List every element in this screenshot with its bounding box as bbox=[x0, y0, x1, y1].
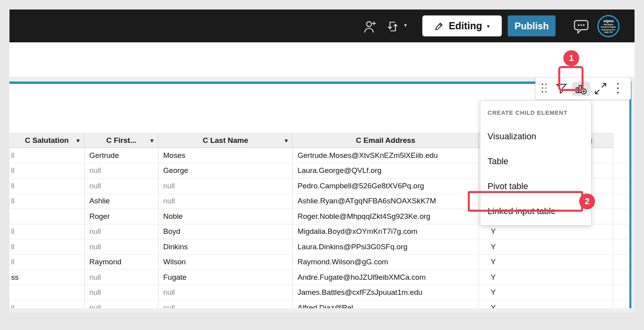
column-sort-caret-icon[interactable]: ▾ bbox=[285, 137, 288, 144]
table-cell[interactable]: Y bbox=[479, 270, 613, 285]
table-cell[interactable]: ss bbox=[9, 270, 85, 285]
column-header-label: C Salutation bbox=[25, 136, 69, 145]
pencil-icon bbox=[435, 21, 444, 31]
table-cell[interactable]: Roger.Noble@MhpqqIZkt4Sg923Ke.org bbox=[293, 209, 479, 224]
menu-header: CREATE CHILD ELEMENT bbox=[480, 101, 591, 124]
table-cell[interactable] bbox=[613, 255, 629, 270]
column-header-label: C First... bbox=[106, 136, 136, 145]
table-cell[interactable]: null bbox=[85, 270, 158, 285]
table-cell[interactable] bbox=[613, 224, 629, 240]
column-header[interactable]: C Last Name▾ bbox=[158, 133, 293, 148]
table-cell[interactable]: null bbox=[85, 285, 158, 301]
maximize-icon[interactable] bbox=[594, 82, 607, 95]
table-cell[interactable]: null bbox=[158, 178, 293, 194]
table-cell[interactable]: null bbox=[85, 224, 158, 240]
table-row: nullnullJames.Battles@cxfFZsJpuuat1m.edu… bbox=[9, 285, 629, 301]
invite-user-icon[interactable] bbox=[362, 19, 377, 34]
table-cell[interactable]: Boyd bbox=[158, 224, 293, 240]
table-cell[interactable]: null bbox=[158, 194, 293, 209]
column-header-label: C Email Address bbox=[356, 136, 415, 145]
table-row: llnullBoydMigdalia.Boyd@xOYmKnT7i7g.comY bbox=[9, 224, 629, 240]
table-cell[interactable]: Dinkins bbox=[158, 239, 293, 255]
table-cell[interactable]: Pedro.Campbell@526Ge8tXV6Pq.org bbox=[293, 178, 479, 194]
table-cell[interactable]: null bbox=[158, 285, 293, 301]
table-cell[interactable]: Migdalia.Boyd@xOYmKnT7i7g.com bbox=[293, 224, 479, 240]
table-cell[interactable] bbox=[613, 209, 629, 224]
avatar-brand-text: sigma bbox=[603, 19, 614, 23]
table-cell[interactable] bbox=[613, 163, 629, 179]
table-cell[interactable] bbox=[9, 285, 85, 301]
table-cell[interactable]: Y bbox=[479, 239, 613, 255]
table-cell[interactable]: ll bbox=[9, 224, 85, 240]
table-cell[interactable]: Alfred.Diaz@Rel bbox=[293, 300, 479, 308]
top-bar: ▾ Editing ▾ Publish sigm bbox=[9, 9, 635, 42]
table-cell[interactable] bbox=[613, 194, 629, 209]
table-cell[interactable] bbox=[613, 300, 629, 308]
table-cell[interactable] bbox=[613, 178, 629, 194]
publish-label: Publish bbox=[514, 21, 549, 32]
table-cell[interactable]: ll bbox=[9, 148, 85, 163]
table-cell[interactable]: Gertrude bbox=[85, 148, 158, 163]
table-cell[interactable]: George bbox=[158, 163, 293, 179]
editing-caret-icon: ▾ bbox=[487, 23, 490, 29]
table-cell[interactable]: Andre.Fugate@hoJZUl9eibXMCa.com bbox=[293, 270, 479, 285]
table-cell[interactable]: Ashlie.Ryan@ATgqNFBA6sNOAXSkK7M bbox=[293, 194, 479, 209]
avatar-line: leigh, NC bbox=[604, 31, 613, 34]
sync-version-icon[interactable] bbox=[386, 19, 400, 34]
table-cell[interactable]: ll bbox=[9, 300, 85, 308]
editing-label: Editing bbox=[449, 20, 482, 32]
table-cell[interactable]: Y bbox=[479, 285, 613, 301]
table-cell[interactable]: null bbox=[85, 163, 158, 179]
table-cell[interactable]: Raymond.Wilson@gG.com bbox=[293, 255, 479, 270]
table-cell[interactable]: Roger bbox=[85, 209, 158, 224]
column-header[interactable]: C First...▾ bbox=[85, 133, 158, 148]
table-cell[interactable]: Y bbox=[479, 300, 613, 308]
table-cell[interactable]: ll bbox=[9, 255, 85, 270]
sync-dropdown-caret[interactable]: ▾ bbox=[404, 22, 407, 28]
table-cell[interactable]: null bbox=[158, 300, 293, 308]
drag-handle-icon[interactable] bbox=[542, 83, 547, 93]
table-cell[interactable]: Gertrude.Moses@XtvSKnEZm5lXEiib.edu bbox=[293, 148, 479, 163]
column-header-label: C Last Name bbox=[203, 136, 248, 145]
menu-item-visualization[interactable]: Visualization bbox=[480, 124, 591, 149]
column-sort-caret-icon[interactable]: ▾ bbox=[151, 137, 153, 144]
table-row: llnullDinkinsLaura.Dinkins@PPsi3G0SFq.or… bbox=[9, 239, 629, 255]
table-row: ssnullFugateAndre.Fugate@hoJZUl9eibXMCa.… bbox=[9, 270, 629, 285]
editing-mode-button[interactable]: Editing ▾ bbox=[422, 15, 502, 36]
table-cell[interactable]: ll bbox=[9, 163, 85, 179]
table-cell[interactable]: Laura.Dinkins@PPsi3G0SFq.org bbox=[293, 239, 479, 255]
table-cell[interactable] bbox=[613, 148, 629, 163]
table-row: llRaymondWilsonRaymond.Wilson@gG.comY bbox=[9, 255, 629, 270]
user-avatar[interactable]: sigma Phil Ballei Solution Engine Enterp… bbox=[597, 15, 620, 37]
table-cell[interactable]: Moses bbox=[158, 148, 293, 163]
comments-icon[interactable] bbox=[572, 18, 590, 35]
column-header[interactable]: C Email Address bbox=[293, 133, 479, 148]
table-cell[interactable]: Noble bbox=[158, 209, 293, 224]
table-cell[interactable]: ll bbox=[9, 178, 85, 194]
menu-item-table[interactable]: Table bbox=[480, 149, 591, 174]
table-cell[interactable]: null bbox=[85, 300, 158, 308]
table-cell[interactable] bbox=[613, 285, 629, 301]
column-header[interactable]: C Salutation▾ bbox=[9, 133, 85, 148]
table-cell[interactable] bbox=[9, 209, 85, 224]
table-cell[interactable]: null bbox=[85, 178, 158, 194]
table-cell[interactable]: Ashlie bbox=[85, 194, 158, 209]
step-1-badge: 1 bbox=[563, 50, 579, 66]
table-cell[interactable]: ll bbox=[9, 239, 85, 255]
table-cell[interactable]: Y bbox=[479, 255, 613, 270]
table-cell[interactable]: James.Battles@cxfFZsJpuuat1m.edu bbox=[293, 285, 479, 301]
table-cell[interactable]: Y bbox=[479, 224, 613, 240]
table-cell[interactable]: Wilson bbox=[158, 255, 293, 270]
table-row: llnullnullAlfred.Diaz@RelY bbox=[9, 300, 629, 308]
table-cell[interactable] bbox=[613, 239, 629, 255]
table-cell[interactable]: Laura.George@QVLf.org bbox=[293, 163, 479, 179]
more-options-icon[interactable] bbox=[617, 83, 619, 93]
publish-button[interactable]: Publish bbox=[508, 15, 555, 36]
table-cell[interactable]: ll bbox=[9, 194, 85, 209]
table-cell[interactable]: null bbox=[85, 239, 158, 255]
table-cell[interactable] bbox=[613, 270, 629, 285]
table-cell[interactable]: Fugate bbox=[158, 270, 293, 285]
column-sort-caret-icon[interactable]: ▾ bbox=[77, 137, 79, 144]
table-cell[interactable]: Raymond bbox=[85, 255, 158, 270]
column-header[interactable] bbox=[613, 133, 629, 148]
